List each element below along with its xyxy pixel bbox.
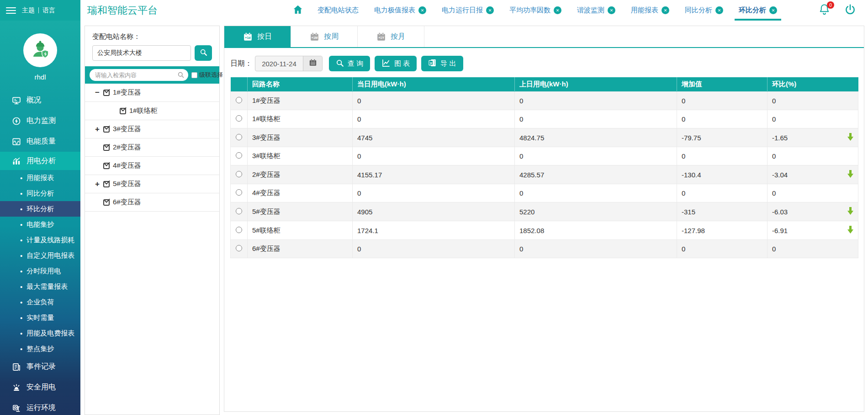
sidebar-subitem-环比分析[interactable]: 环比分析 (0, 201, 80, 217)
circuit-name: 6#变压器 (248, 240, 353, 258)
row-radio[interactable] (236, 115, 242, 122)
export-button[interactable]: X 导 出 (421, 56, 463, 71)
close-icon[interactable]: ✕ (715, 6, 723, 14)
sidebar-item-电力监测[interactable]: 电力监测 (0, 111, 80, 131)
row-radio[interactable] (236, 208, 242, 214)
table-row[interactable]: 2#变压器4155.174285.57-130.4-3.04 (231, 165, 858, 184)
table-row[interactable]: 5#联络柜1724.11852.08-127.98-6.91 (231, 221, 858, 240)
station-name-input[interactable] (92, 45, 191, 61)
sidebar-item-用电分析[interactable]: 用电分析 (0, 152, 80, 170)
tree-node-2#变压器[interactable]: 2#变压器 (85, 138, 219, 157)
nav-tab-同比分析[interactable]: 同比分析✕ (677, 0, 731, 21)
table-row[interactable]: 5#变压器49055220-315-6.03 (231, 202, 858, 221)
chart-button[interactable]: 图 表 (375, 56, 417, 71)
table-row[interactable]: 3#变压器47454824.75-79.75-1.65 (231, 128, 858, 147)
tree-node-3#变压器[interactable]: +3#变压器 (85, 120, 219, 138)
date-value[interactable]: 2020-11-24 (255, 56, 303, 71)
nav-tab-环比分析[interactable]: 环比分析✕ (731, 0, 785, 21)
nav-tab-变配电站状态[interactable]: 变配电站状态 (310, 0, 366, 21)
query-button[interactable]: 查 询 (329, 56, 370, 71)
trend-down-icon (847, 170, 853, 179)
checked-checkbox-icon[interactable] (103, 163, 110, 169)
close-icon[interactable]: ✕ (662, 6, 669, 14)
sidebar-subitem-用能及电费报表[interactable]: 用能及电费报表 (0, 325, 80, 341)
tree-node-6#变压器[interactable]: 6#变压器 (85, 193, 219, 212)
ratio-text: 0 (772, 97, 776, 105)
sidebar-subitem-企业负荷[interactable]: 企业负荷 (0, 294, 80, 310)
sidebar-subitem-计量及线路损耗[interactable]: 计量及线路损耗 (0, 232, 80, 248)
theme-switcher[interactable]: 主题 (22, 6, 35, 15)
logout-button[interactable] (844, 4, 856, 17)
sidebar-item-安全用电[interactable]: 安全用电 (0, 377, 80, 398)
nav-tab-平均功率因数[interactable]: 平均功率因数✕ (502, 0, 569, 21)
checked-checkbox-icon[interactable] (103, 144, 110, 151)
ratio-value: 0 (767, 147, 858, 165)
close-icon[interactable]: ✕ (554, 6, 561, 14)
row-radio[interactable] (236, 152, 242, 159)
row-radio[interactable] (236, 245, 242, 251)
row-select-cell (231, 184, 248, 202)
ratio-cell: 0 (772, 245, 853, 253)
table-row[interactable]: 6#变压器0000 (231, 240, 858, 258)
sidebar-item-运行环境[interactable]: 运行环境 (0, 398, 80, 415)
station-search-button[interactable] (195, 45, 212, 61)
sidebar-subitem-电能集抄[interactable]: 电能集抄 (0, 217, 80, 232)
calendar-icon: +1Y (376, 32, 386, 42)
nav-tab-电力运行日报[interactable]: 电力运行日报✕ (434, 0, 502, 21)
hamburger-menu-icon[interactable] (6, 7, 16, 14)
calendar-button[interactable] (303, 56, 322, 71)
close-icon[interactable]: ✕ (608, 6, 615, 14)
tree-node-5#变压器[interactable]: +5#变压器 (85, 175, 219, 193)
close-icon[interactable]: ✕ (769, 6, 777, 14)
tree-node-4#变压器[interactable]: 4#变压器 (85, 157, 219, 175)
tab-按月[interactable]: +1Y按月 (358, 26, 424, 47)
sidebar-subitem-用能报表[interactable]: 用能报表 (0, 170, 80, 186)
sidebar-subitem-自定义用电报表[interactable]: 自定义用电报表 (0, 248, 80, 263)
tab-按周[interactable]: +1M按周 (291, 26, 358, 47)
table-row[interactable]: 4#变压器0000 (231, 184, 858, 202)
increase-value: 0 (677, 184, 767, 202)
yesterday-usage: 0 (515, 147, 677, 165)
close-icon[interactable]: ✕ (418, 6, 426, 14)
collapse-icon[interactable]: − (95, 88, 103, 97)
close-icon[interactable]: ✕ (486, 6, 494, 14)
nav-tab-谐波监测[interactable]: 谐波监测✕ (569, 0, 623, 21)
checked-checkbox-icon[interactable] (103, 90, 110, 96)
row-radio[interactable] (236, 189, 242, 196)
nav-tab-用能报表[interactable]: 用能报表✕ (623, 0, 677, 21)
row-radio[interactable] (236, 171, 242, 177)
tree-node-1#联络柜[interactable]: 1#联络柜 (85, 102, 219, 120)
tab-按日[interactable]: +1d按日 (224, 26, 291, 47)
sidebar-subitem-实时需量[interactable]: 实时需量 (0, 310, 80, 325)
row-radio[interactable] (236, 227, 242, 233)
checked-checkbox-icon[interactable] (103, 199, 110, 206)
sidebar-subitem-最大需量报表[interactable]: 最大需量报表 (0, 279, 80, 294)
tree-node-1#变压器[interactable]: −1#变压器 (85, 84, 219, 102)
notifications-button[interactable]: 0 (818, 3, 831, 17)
sidebar-subitem-整点集抄[interactable]: 整点集抄 (0, 341, 80, 356)
yesterday-usage: 0 (515, 240, 677, 258)
checked-checkbox-icon[interactable] (120, 108, 126, 114)
sidebar-item-概况[interactable]: 概况 (0, 90, 80, 111)
language-switcher[interactable]: 语言 (42, 6, 55, 15)
expand-icon[interactable]: + (95, 125, 103, 134)
checked-checkbox-icon[interactable] (103, 181, 110, 187)
sidebar-item-电能质量[interactable]: 电能质量 (0, 131, 80, 152)
table-row[interactable]: 3#联络柜0000 (231, 147, 858, 165)
cascade-select-checkbox[interactable]: 级联选择 (191, 71, 223, 79)
table-row[interactable]: 1#变压器0000 (231, 92, 858, 110)
sidebar-item-事件记录[interactable]: 事件记录 (0, 356, 80, 377)
nav-tab-电力极值报表[interactable]: 电力极值报表✕ (366, 0, 434, 21)
tree-search-input[interactable] (90, 69, 188, 81)
home-button[interactable] (286, 0, 310, 21)
row-radio[interactable] (236, 97, 242, 103)
expand-icon[interactable]: + (95, 180, 103, 189)
circuit-name: 1#变压器 (248, 92, 353, 110)
sidebar-subitem-同比分析[interactable]: 同比分析 (0, 186, 80, 201)
sidebar-subitem-分时段用电[interactable]: 分时段用电 (0, 263, 80, 279)
checked-checkbox-icon[interactable] (103, 126, 110, 133)
table-row[interactable]: 1#联络柜0000 (231, 110, 858, 128)
yesterday-usage: 0 (515, 92, 677, 110)
power-analysis-icon (12, 156, 21, 165)
row-radio[interactable] (236, 134, 242, 140)
